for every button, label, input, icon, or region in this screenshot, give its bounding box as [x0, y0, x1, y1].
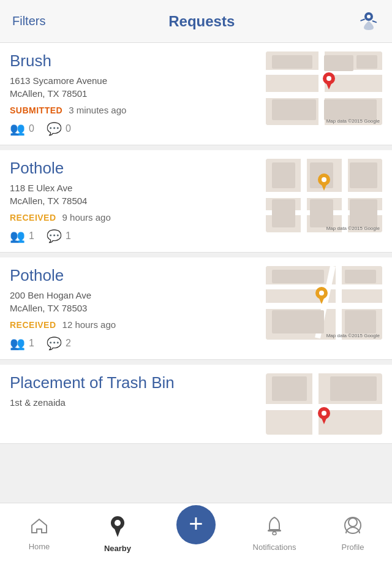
comment-icon: 💬 — [47, 229, 62, 243]
card-content: Brush 1613 Sycamore Avenue McAllen, TX 7… — [10, 51, 266, 136]
card-title: Pothole — [10, 266, 258, 285]
svg-rect-19 — [268, 530, 281, 532]
card-meta: 👥 1 💬 1 — [10, 229, 258, 243]
card-content: Placement of Trash Bin 1st & zenaida — [10, 373, 266, 435]
card-address: 118 E Ulex Ave McAllen, TX 78504 — [10, 181, 258, 207]
comment-icon: 💬 — [47, 336, 62, 351]
status-badge: RECEIVED — [10, 213, 56, 223]
svg-point-21 — [349, 518, 357, 527]
status-badge: RECEIVED — [10, 320, 56, 330]
status-badge: SUBMITTED — [10, 105, 62, 115]
comments-count: 💬 2 — [47, 336, 71, 351]
card-map — [266, 373, 382, 435]
map-view-icon[interactable] — [358, 8, 380, 34]
nav-profile-label: Profile — [342, 543, 364, 552]
card-status-row: RECEIVED 12 hours ago — [10, 319, 258, 330]
svg-point-6 — [326, 76, 331, 81]
person-icon: 👥 — [10, 229, 25, 243]
time-ago: 12 hours ago — [62, 319, 116, 330]
svg-point-9 — [322, 177, 326, 182]
map-label: Map data ©2015 Google — [326, 226, 380, 231]
time-ago: 9 hours ago — [62, 212, 111, 223]
map-label: Map data ©2015 Google — [326, 118, 380, 124]
card-address: 1613 Sycamore Avenue McAllen, TX 78501 — [10, 74, 258, 100]
list-item[interactable]: Placement of Trash Bin 1st & zenaida — [0, 365, 392, 444]
votes-count: 👥 1 — [10, 229, 34, 243]
card-title: Brush — [10, 51, 258, 70]
svg-point-12 — [319, 291, 324, 295]
svg-marker-8 — [321, 183, 327, 191]
svg-marker-5 — [326, 82, 332, 90]
card-address: 200 Ben Hogan Ave McAllen, TX 78503 — [10, 289, 258, 314]
nav-nearby-label: Nearby — [104, 544, 131, 553]
nav-home[interactable]: Home — [0, 511, 78, 557]
filters-button[interactable]: Filters — [12, 14, 45, 28]
svg-point-22 — [345, 517, 361, 533]
votes-count: 👥 0 — [10, 121, 34, 136]
card-address: 1st & zenaida — [10, 396, 258, 409]
comments-count: 💬 1 — [47, 229, 71, 243]
home-icon — [30, 517, 48, 539]
list-item[interactable]: Brush 1613 Sycamore Avenue McAllen, TX 7… — [0, 43, 392, 145]
card-map: Map data ©2015 Google — [266, 159, 382, 232]
location-pin-icon — [108, 515, 127, 541]
page-title: Requests — [168, 13, 235, 30]
nav-notifications[interactable]: Notifications — [235, 510, 314, 558]
list-item[interactable]: Pothole 118 E Ulex Ave McAllen, TX 78504… — [0, 150, 392, 253]
time-ago: 3 minutes ago — [69, 105, 126, 115]
bell-icon — [265, 516, 284, 540]
card-map: Map data ©2015 Google — [266, 266, 382, 340]
bottom-navigation: Home Nearby + Notifications — [0, 503, 392, 564]
nav-nearby[interactable]: Nearby — [78, 509, 157, 559]
svg-point-20 — [273, 532, 276, 535]
svg-marker-17 — [114, 527, 121, 537]
votes-count: 👥 1 — [10, 336, 34, 351]
nav-notifications-label: Notifications — [253, 543, 296, 552]
map-label: Map data ©2015 Google — [326, 333, 380, 338]
request-list: Brush 1613 Sycamore Avenue McAllen, TX 7… — [0, 43, 392, 503]
card-status-row: SUBMITTED 3 minutes ago — [10, 105, 258, 115]
svg-marker-14 — [321, 417, 327, 424]
card-title: Pothole — [10, 159, 258, 178]
card-map: Map data ©2015 Google — [266, 51, 382, 125]
card-content: Pothole 118 E Ulex Ave McAllen, TX 78504… — [10, 159, 266, 243]
card-meta: 👥 0 💬 0 — [10, 121, 258, 136]
profile-icon — [344, 516, 362, 540]
app-header: Filters Requests — [0, 0, 392, 43]
nav-profile[interactable]: Profile — [314, 510, 392, 558]
list-item[interactable]: Pothole 200 Ben Hogan Ave McAllen, TX 78… — [0, 257, 392, 360]
card-meta: 👥 1 💬 2 — [10, 336, 258, 351]
nav-home-label: Home — [29, 542, 50, 551]
svg-point-18 — [115, 520, 121, 526]
person-icon: 👥 — [10, 336, 25, 351]
comment-icon: 💬 — [47, 121, 62, 136]
nav-add[interactable]: + — [157, 499, 235, 563]
card-title: Placement of Trash Bin — [10, 373, 258, 392]
svg-rect-3 — [372, 20, 377, 23]
add-button[interactable]: + — [176, 505, 216, 544]
svg-marker-11 — [318, 297, 325, 304]
comments-count: 💬 0 — [47, 121, 71, 136]
card-content: Pothole 200 Ben Hogan Ave McAllen, TX 78… — [10, 266, 266, 351]
svg-rect-2 — [360, 18, 365, 21]
person-icon: 👥 — [10, 121, 25, 136]
svg-point-1 — [367, 15, 371, 18]
plus-icon: + — [189, 511, 203, 536]
svg-point-15 — [322, 411, 326, 416]
card-status-row: RECEIVED 9 hours ago — [10, 212, 258, 223]
